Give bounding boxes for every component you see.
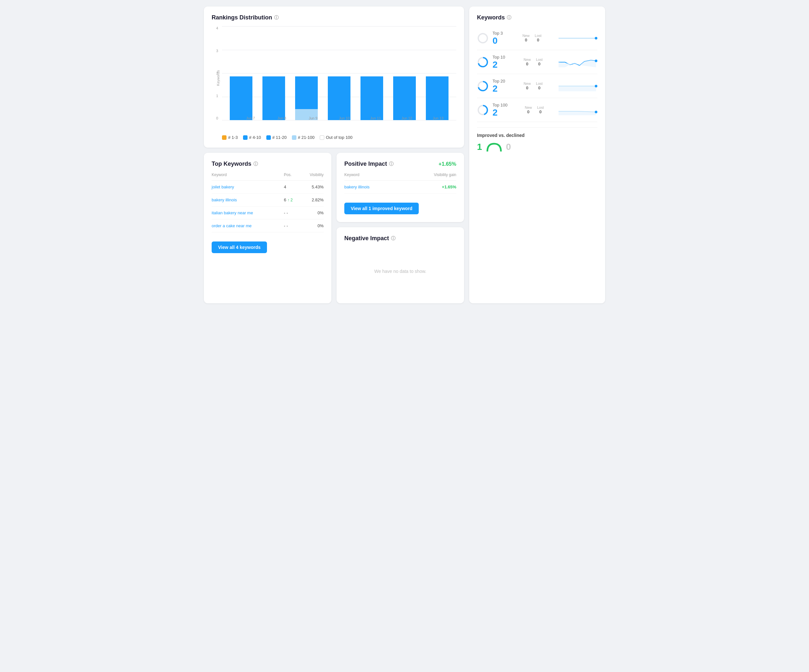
rankings-info-icon[interactable]: ⓘ [274,15,279,21]
kw-label-top20: Top 20 [492,79,505,84]
seg2-3 [328,76,351,120]
legend-box-11-20 [266,135,271,140]
x-label-2: Jun 9 [297,116,329,120]
bar-group-3 [325,76,354,120]
negative-impact-title: Negative Impact ⓘ [344,235,456,242]
bar-stack-1 [262,76,285,120]
pi-info-icon[interactable]: ⓘ [389,161,393,167]
x-label-0: Jun 7 [235,116,266,120]
legend-11-20: # 11-20 [266,135,287,140]
positive-impact-card: Positive Impact ⓘ +1.65% Keyword Visibil… [337,153,464,222]
pos-change-2: - [287,210,288,215]
legend-out-top-100: Out of top 100 [320,135,352,140]
kw-cell-1[interactable]: bakery illinois [211,193,284,207]
y-label-4: 4 [216,26,218,30]
positive-impact-table: Keyword Visibility gain bakery illinois+… [344,173,456,193]
improved-count: 1 [477,142,482,152]
legend-box-1-3 [222,135,227,140]
seg2-0 [230,76,252,120]
legend-label-1-3: # 1-3 [228,135,238,140]
svg-marker-16 [559,111,596,115]
pos-cell-2: - - [284,210,299,215]
kw-count-top10: 2 [492,60,505,69]
vis-cell-2: 0% [299,207,324,220]
nl-lost-header-top100: Lost [537,106,544,109]
svg-point-0 [478,34,487,43]
bar-stack-3 [328,76,351,120]
negative-impact-info-icon[interactable]: ⓘ [391,236,395,242]
legend-1-3: # 1-3 [222,135,238,140]
pi-title-text: Positive Impact [344,161,387,167]
nl-lost-header-top10: Lost [536,58,543,62]
vis-cell-1: 2.82% [299,193,324,207]
pi-header: Positive Impact ⓘ +1.65% [344,161,456,167]
kw-label-top3: Top 3 [492,31,503,35]
bar-group-6 [423,76,452,120]
donut-top3 [477,32,488,44]
bars-container [222,26,456,120]
arc-icon [486,143,502,151]
kw-label-top100: Top 100 [492,102,507,108]
no-data-text: We have no data to show. [344,247,456,296]
top-keywords-table: Keyword Pos. Visibility joilet bakery4 5… [211,173,324,232]
bar-group-5 [390,76,419,120]
pos-cell-0: 4 [284,185,299,189]
nl-lost-top20: Lost 0 [536,82,543,90]
nl-new-top3: New 0 [523,34,530,42]
keywords-card-title: Keywords ⓘ [477,14,598,21]
sparkline-top100 [559,104,598,116]
kw-info-top20: Top 20 2 [492,79,505,93]
kw-left-top10: Top 10 2 [477,55,505,69]
kw-left-top100: Top 100 2 [477,102,507,117]
nl-new-header-top3: New [523,34,530,37]
view-all-improved-button[interactable]: View all 1 improved keyword [344,203,419,214]
seg2-1 [262,76,285,120]
donut-top10 [477,56,488,68]
y-labels: 4 3 2 1 0 [211,26,220,120]
nl-lost-val-top10: 0 [536,62,543,66]
bar-stack-0 [230,76,252,120]
col-pos-header: Pos. [284,173,299,181]
x-label-4: Jun 11 [360,116,391,120]
view-all-keywords-button[interactable]: View all 4 keywords [211,242,267,253]
nl-new-val-top100: 0 [525,109,532,114]
svg-point-6 [595,60,598,62]
legend-box-21-100 [292,135,296,140]
kw-cell-3[interactable]: order a cake near me [211,220,284,232]
nl-new-header-top20: New [524,82,531,86]
kw-label-top10: Top 10 [492,55,505,60]
kw-new-lost-top20: New 0 Lost 0 [524,82,543,90]
improved-section: Improved vs. declined 1 0 [477,127,598,152]
nl-lost-val-top20: 0 [536,86,543,90]
seg2-4 [361,76,383,120]
pi-value: +1.65% [438,161,456,167]
nl-new-val-top20: 0 [524,86,531,90]
pos-cell-1: 6 ↑ 2 [284,197,299,202]
nl-lost-top3: Lost 0 [535,34,542,42]
keywords-info-icon[interactable]: ⓘ [507,15,511,21]
kw-cell-2[interactable]: italian bakery near me [211,207,284,220]
sparkline-top10 [559,56,598,68]
kw-cell-0[interactable]: joilet bakery [211,181,284,193]
declined-count: 0 [506,142,511,152]
gridline-bottom [222,120,456,121]
x-label-5: Jun 12 [391,116,423,120]
pi-gain-cell-0: +1.65% [403,181,456,193]
negative-impact-card: Negative Impact ⓘ We have no data to sho… [337,227,464,303]
vis-cell-3: 0% [299,220,324,232]
top-keywords-info-icon[interactable]: ⓘ [253,161,258,167]
kw-count-top3: 0 [492,36,503,45]
dashboard: Rankings Distribution ⓘ Keywords 4 3 2 1… [204,7,605,303]
seg2-6 [426,76,448,120]
pi-kw-cell-0[interactable]: bakery illinois [344,181,403,193]
svg-marker-10 [559,86,596,91]
keyword-row-top20: Top 20 2 New 0 Lost 0 [477,74,598,98]
keyword-row-top10: Top 10 2 New 0 Lost 0 [477,50,598,74]
x-label-6: Jun 13 [422,116,454,120]
kw-info-top10: Top 10 2 [492,55,505,69]
vis-cell-0: 5.43% [299,181,324,193]
chart-inner: Jun 7Jun 8Jun 9Jun 10Jun 11Jun 12Jun 13 [222,26,456,120]
pi-table-row: bakery illinois+1.65% [344,181,456,193]
kw-new-lost-top3: New 0 Lost 0 [523,34,542,42]
pos-cell-3: - - [284,223,299,228]
